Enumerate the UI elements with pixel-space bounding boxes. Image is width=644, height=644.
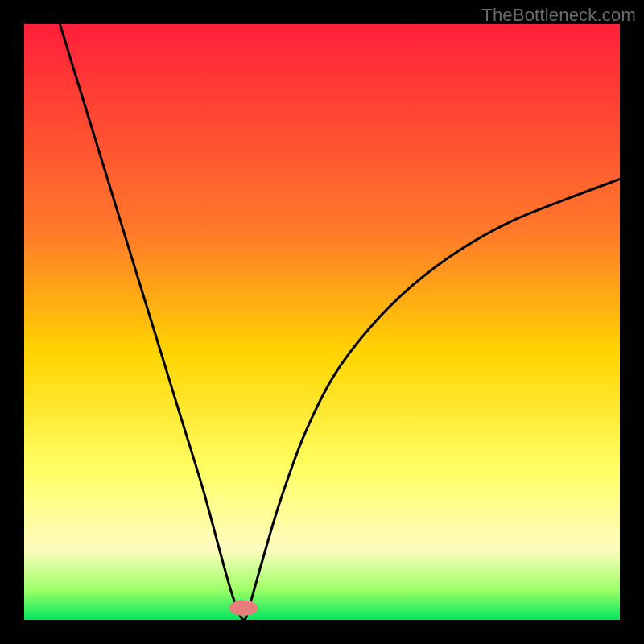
- gradient-background: [24, 24, 620, 620]
- chart-plot-area: [24, 24, 620, 620]
- chart-svg: [24, 24, 620, 620]
- minimum-marker: [229, 601, 258, 616]
- watermark-label: TheBottleneck.com: [481, 5, 636, 26]
